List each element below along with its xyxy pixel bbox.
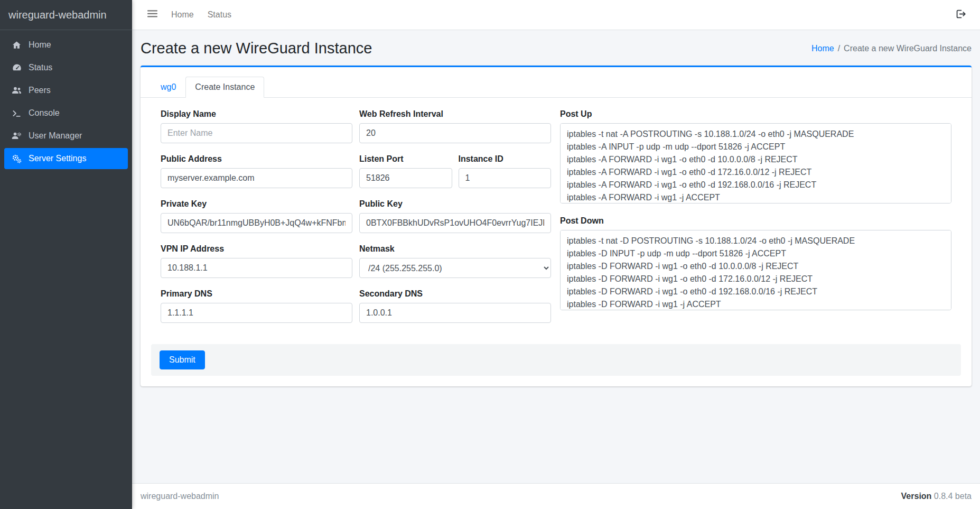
instance-id-field: Instance ID xyxy=(459,154,552,188)
sidebar-item-status[interactable]: Status xyxy=(4,57,128,78)
breadcrumb-current: Create a new WireGuard Instance xyxy=(844,44,972,53)
breadcrumb-separator: / xyxy=(838,44,840,53)
instance-id-label: Instance ID xyxy=(459,154,552,164)
netmask-field: Netmask /24 (255.255.255.0) xyxy=(359,244,551,278)
post-up-label: Post Up xyxy=(560,109,951,119)
peers-icon xyxy=(11,85,23,96)
public-address-field: Public Address xyxy=(161,154,352,188)
nav-link-home[interactable]: Home xyxy=(164,5,201,24)
sidebar-item-label: Status xyxy=(29,63,52,72)
card-body: Display Name Web Refresh Interval Public… xyxy=(141,98,972,386)
primary-dns-input[interactable] xyxy=(161,303,352,323)
sidebar-nav: Home Status Peers Console User Manager xyxy=(0,30,132,175)
footer-version-label: Version xyxy=(901,492,932,501)
public-key-input[interactable] xyxy=(359,213,551,233)
sidebar: wireguard-webadmin Home Status Peers Co xyxy=(0,0,132,509)
sidebar-item-home[interactable]: Home xyxy=(4,34,128,55)
display-name-field: Display Name xyxy=(161,109,352,143)
post-down-textarea[interactable]: iptables -t nat -D POSTROUTING -s 10.188… xyxy=(560,230,951,310)
vpn-ip-input[interactable] xyxy=(161,258,352,278)
logout-button[interactable] xyxy=(950,4,972,25)
post-up-field: Post Up iptables -t nat -A POSTROUTING -… xyxy=(560,109,951,206)
listen-port-input[interactable] xyxy=(359,168,452,188)
vpn-ip-field: VPN IP Address xyxy=(161,244,352,278)
secondary-dns-label: Secondary DNS xyxy=(359,289,551,299)
user-manager-icon xyxy=(11,131,23,141)
page-title: Create a new WireGuard Instance xyxy=(141,40,372,57)
tab-create-instance[interactable]: Create Instance xyxy=(185,77,264,98)
sidebar-item-server-settings[interactable]: Server Settings xyxy=(4,148,128,169)
content: wg0 Create Instance Display Name xyxy=(132,66,980,483)
footer-version-value: 0.8.4 beta xyxy=(934,492,972,501)
primary-dns-field: Primary DNS xyxy=(161,289,352,323)
post-down-field: Post Down iptables -t nat -D POSTROUTING… xyxy=(560,216,951,312)
sidebar-brand[interactable]: wireguard-webadmin xyxy=(0,0,132,30)
public-key-label: Public Key xyxy=(359,199,551,209)
post-up-textarea[interactable]: iptables -t nat -A POSTROUTING -s 10.188… xyxy=(560,123,951,203)
netmask-label: Netmask xyxy=(359,244,551,254)
content-wrapper: Create a new WireGuard Instance Home / C… xyxy=(132,30,980,509)
form-footer: Submit xyxy=(151,344,961,376)
netmask-select[interactable]: /24 (255.255.255.0) xyxy=(359,258,551,278)
secondary-dns-input[interactable] xyxy=(359,303,551,323)
sidebar-item-user-manager[interactable]: User Manager xyxy=(4,125,128,146)
sidebar-item-label: Console xyxy=(29,108,60,118)
listen-port-field: Listen Port xyxy=(359,154,452,188)
form-left-columns: Display Name Web Refresh Interval Public… xyxy=(161,109,551,323)
web-refresh-interval-input[interactable] xyxy=(359,123,551,143)
sidebar-item-console[interactable]: Console xyxy=(4,103,128,124)
primary-dns-label: Primary DNS xyxy=(161,289,352,299)
private-key-input[interactable] xyxy=(161,213,352,233)
vpn-ip-label: VPN IP Address xyxy=(161,244,352,254)
status-icon xyxy=(11,62,23,73)
submit-button[interactable]: Submit xyxy=(160,350,205,369)
sidebar-item-label: Peers xyxy=(29,86,51,95)
secondary-dns-field: Secondary DNS xyxy=(359,289,551,323)
instance-card: wg0 Create Instance Display Name xyxy=(141,66,972,386)
nav-link-status[interactable]: Status xyxy=(201,5,238,24)
public-address-input[interactable] xyxy=(161,168,352,188)
public-key-field: Public Key xyxy=(359,199,551,233)
breadcrumb-home-link[interactable]: Home xyxy=(811,44,834,53)
sidebar-item-label: Server Settings xyxy=(29,154,86,163)
display-name-input[interactable] xyxy=(161,123,352,143)
sidebar-brand-label: wireguard-webadmin xyxy=(8,9,107,21)
sidebar-item-label: User Manager xyxy=(29,131,82,141)
instance-tabs: wg0 Create Instance xyxy=(151,77,961,98)
main-column: Home Status Create a new WireGuard Insta… xyxy=(132,0,980,509)
tab-wg0[interactable]: wg0 xyxy=(151,77,185,98)
card-header: wg0 Create Instance xyxy=(141,67,972,98)
server-settings-icon xyxy=(11,153,23,164)
display-name-label: Display Name xyxy=(161,109,352,119)
page-footer: wireguard-webadmin Version 0.8.4 beta xyxy=(132,483,980,509)
public-address-label: Public Address xyxy=(161,154,352,164)
private-key-label: Private Key xyxy=(161,199,352,209)
hamburger-icon xyxy=(147,10,157,20)
breadcrumb: Home / Create a new WireGuard Instance xyxy=(811,44,972,53)
private-key-field: Private Key xyxy=(161,199,352,233)
web-refresh-interval-label: Web Refresh Interval xyxy=(359,109,551,119)
logout-icon xyxy=(955,13,966,21)
port-and-id-field: Listen Port Instance ID xyxy=(359,154,551,188)
footer-version: Version 0.8.4 beta xyxy=(901,492,972,501)
sidebar-item-peers[interactable]: Peers xyxy=(4,80,128,101)
web-refresh-interval-field: Web Refresh Interval xyxy=(359,109,551,143)
content-header: Create a new WireGuard Instance Home / C… xyxy=(132,30,980,66)
instance-id-input[interactable] xyxy=(459,168,552,188)
menu-toggle-button[interactable] xyxy=(141,5,164,25)
form-right-column: Post Up iptables -t nat -A POSTROUTING -… xyxy=(560,109,951,323)
footer-brand: wireguard-webadmin xyxy=(141,492,219,501)
post-down-label: Post Down xyxy=(560,216,951,226)
listen-port-label: Listen Port xyxy=(359,154,452,164)
top-navbar: Home Status xyxy=(132,0,980,30)
instance-form: Display Name Web Refresh Interval Public… xyxy=(151,109,961,323)
home-icon xyxy=(11,40,23,50)
sidebar-item-label: Home xyxy=(29,40,51,50)
console-icon xyxy=(11,108,23,118)
